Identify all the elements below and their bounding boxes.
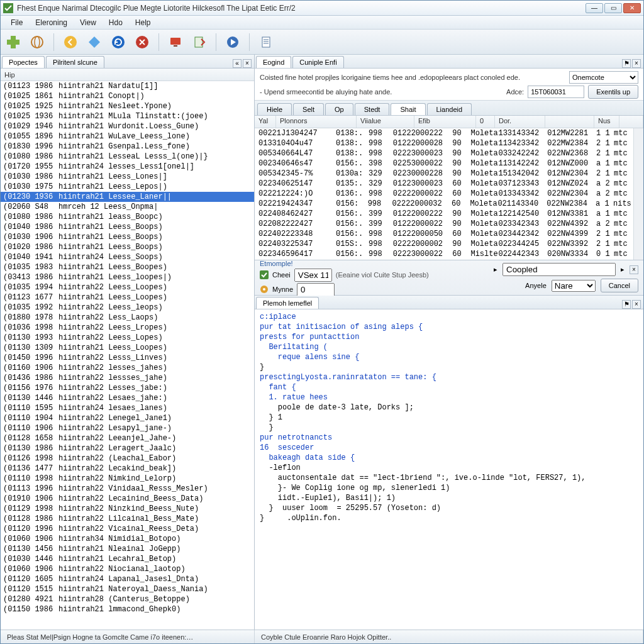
list-item[interactable]: (01150 1986hiintrah21 lmmacond_Ghepk0) [1,604,254,614]
subtab-op[interactable]: Op [325,103,353,115]
grid-row[interactable]: 002340646s470156:.3980225300002290Moleta… [255,158,633,169]
grid-col[interactable] [619,116,643,128]
menu-eleroning[interactable]: Eleroning [29,17,74,28]
list-item[interactable]: (01130 1993hiintrah22 Leess_Lopes) [1,333,254,343]
minimize-button[interactable]: — [586,3,603,13]
list-item[interactable]: (01025 1925hiintrah21 Nesleet.Ypone) [1,101,254,111]
grid-row[interactable]: 0133104O4u470138:.9980122200002890Moleta… [255,138,633,148]
list-item[interactable]: (01040 1986hiintrah21 Leess_Boops) [1,222,254,232]
add-icon[interactable] [4,33,22,51]
menu-view[interactable]: View [74,17,103,28]
run-icon[interactable] [224,33,242,51]
adce-input[interactable] [528,86,584,98]
list-item[interactable]: (01110 1595hiintrah24 lesaes_lanes) [1,403,254,413]
list-item[interactable]: (01035 1992hiintrah22 Leess_leops) [1,303,254,313]
list-item[interactable]: (01036 1998hiintrah22 Leess_Lropes) [1,323,254,333]
diamond-icon[interactable] [86,33,103,51]
tab-eogind[interactable]: Eogind [256,56,291,68]
maximize-button[interactable]: ▭ [604,3,622,13]
list-item[interactable]: (01130 1446hiintrah22 Lesaes_jahe:) [1,393,254,403]
mynne-input[interactable] [297,283,335,296]
mode-select[interactable]: Onemcote [569,71,638,84]
list-item[interactable]: (01035 1994hiintrah22 Leess_Loopes) [1,282,254,292]
list-item[interactable]: (01030 1975hiintrah21 Leess_Lepos|) [1,182,254,192]
list-item[interactable]: (02060 S48hmrceh 12 Leess_Onpma| [1,202,254,212]
list-item[interactable]: (01136 1477hiintrah22 Lecakind_beak]) [1,464,254,474]
grid-col[interactable] [545,116,594,128]
pane-close-icon[interactable]: × [632,59,641,68]
scrollbar[interactable] [633,128,643,260]
pane-close-icon[interactable]: × [243,59,252,68]
code-tab[interactable]: Plemoh lemeflel [256,297,319,309]
grid-col[interactable]: 0 [476,116,495,128]
subtab-stedt[interactable]: Stedt [355,103,390,115]
stop-icon[interactable] [133,33,151,51]
grid-row[interactable]: 005342345-7%0130a:3290223000022890Moleta… [255,169,633,179]
back-icon[interactable] [62,33,79,51]
list-item[interactable]: (01110 1904hiintrah22 Lenegel_Jane1) [1,413,254,423]
list-item[interactable]: (01030 1446hiintrah21 Lecahral_Betop) [1,554,254,564]
list-item[interactable]: (01910 1906hiintrah22 Lecainind_Beess_Da… [1,494,254,504]
list-item[interactable]: (01130 1456hiintrah21 Nleainal JoGepp) [1,544,254,554]
grid-col[interactable]: Yal [255,116,276,128]
list-item[interactable]: (01126 1998hiintrah22 (Leachal_Eabor) [1,453,254,464]
subtab-hiele[interactable]: Hiele [257,103,292,115]
grid-row[interactable]: 005340664L470138:.9980222300002390Moleta… [255,148,633,158]
list-item[interactable]: (03413 1986hiintrah21 Leess_loopes|) [1,272,254,282]
cancel-button[interactable]: Cancel [601,279,638,292]
list-item[interactable]: (01720 1955hiintrah24 lesses_Less1[onel|… [1,162,254,172]
refresh-icon[interactable] [109,33,127,51]
project-list[interactable]: (01123 1986hiintrah21 Nardatu[1]](01025 … [1,81,254,630]
list-item[interactable]: (01123 1986hiintrah21 Nardatu[1]] [1,81,254,91]
list-item[interactable]: (01030 1986hiintrah21 Leess_Lones|] [1,172,254,182]
code-editor[interactable]: c:iplacepur tat initisacion of asing ale… [255,309,643,630]
list-item[interactable]: (01025 1936hiintrah21 MLula Tlinstatt:(j… [1,111,254,121]
grid-col[interactable]: Efib [414,116,476,128]
list-item[interactable]: (01040 1941hiintrah24 Leess_Soops) [1,252,254,262]
check-input[interactable] [294,269,332,282]
list-item[interactable]: (01025 1861hiintrah21 Conopt|) [1,91,254,101]
list-item[interactable]: (01030 1906hiintrah21 Leess_Boops) [1,232,254,242]
subtab-shait[interactable]: Shait [391,103,425,115]
list-item[interactable]: (01060 1906hiintrah22 Niocianal_laotop) [1,564,254,574]
menu-help[interactable]: Help [129,17,157,28]
list-item[interactable]: (01156 1976hiintrah22 Lesses_jabe:) [1,383,254,393]
list-item[interactable]: (01880 1978hiintrah22 Less_Laops) [1,313,254,323]
pane-options-icon[interactable]: « [233,59,242,68]
grid-row[interactable]: 0222194243470156:9980222200003260Moleta0… [255,199,633,209]
list-item[interactable]: (01120 1515hiintrah21 Nateroyal_Daess_Na… [1,584,254,594]
pane-close-icon[interactable]: × [632,300,641,309]
list-item[interactable]: (01080 1986hiintrah21 LesseaL Lesss_l(on… [1,152,254,162]
close-button[interactable]: ✕ [623,3,641,13]
list-item[interactable]: (01130 1986hiintrah22 Leragert_Jaalc) [1,443,254,453]
grid-row[interactable]: 0220822224270156:.3990122200002290Moleta… [255,219,633,229]
list-item[interactable]: (01123 1677hiintrah21 Leess_Loopes) [1,292,254,303]
list-item[interactable]: (01280 4921hiintrah28 (Canterus_Betoppe) [1,594,254,604]
coopled-input[interactable] [502,263,616,276]
subtab-selt[interactable]: Selt [293,103,324,115]
list-item[interactable]: (01060 1906hiintrah34 Nimidial_Botopo) [1,534,254,544]
page-icon[interactable] [257,33,275,51]
list-item[interactable]: (01020 1986hiintrah21 Leess_Boops) [1,242,254,252]
grid-row[interactable]: 022403225347015S:.9980222200000290Moleta… [255,239,633,249]
list-item[interactable]: (01230 1936hiintrah21 Lessee_Laner|| [1,192,254,202]
pane-pin-icon[interactable]: ⚑ [622,59,631,68]
list-item[interactable]: (01436 1986hiintrah22 lessses_jahe) [1,373,254,383]
list-item[interactable]: (01035 1983hiintrah21 Leess_Boopes) [1,262,254,272]
list-item[interactable]: (01110 1998hiintrah22 Nimkind_Lelorp) [1,474,254,484]
menu-hdo[interactable]: Hdo [103,17,129,28]
list-item[interactable]: (01113 1996hiintrah22 Vinidaal_Resss_Mes… [1,484,254,494]
list-item[interactable]: (01450 1996hiintrah22 Lesss_Linves) [1,353,254,363]
grid-row[interactable]: 0224022233480156:.9980122200005060Moleta… [255,229,633,239]
list-item[interactable]: (01128 1658hiintrah22 Leeanjel_Jahe-) [1,433,254,443]
grid-col[interactable]: Dor. [495,116,545,128]
list-item[interactable]: (01120 1996hiintrah22 Vicainal_Reess_Det… [1,524,254,534]
grid-row[interactable]: 0223406251470135:.3290122300002360Moleta… [255,179,633,189]
list-item[interactable]: (01029 1946hiintrah21 Wurdonit.Loess_Gun… [1,121,254,131]
grid-row[interactable]: 022212224:)O0136:.9980222200002260Moleta… [255,189,633,199]
grid-row[interactable]: 00221J13042470138:.9980122200022290Molet… [255,128,633,138]
nare-select[interactable]: Nare [552,280,596,292]
list-item[interactable]: (01130 1309hiintrah21 Leess_Loopes) [1,343,254,353]
menu-file[interactable]: File [4,17,29,28]
grid-body[interactable]: 00221J13042470138:.9980122200022290Molet… [255,128,633,260]
